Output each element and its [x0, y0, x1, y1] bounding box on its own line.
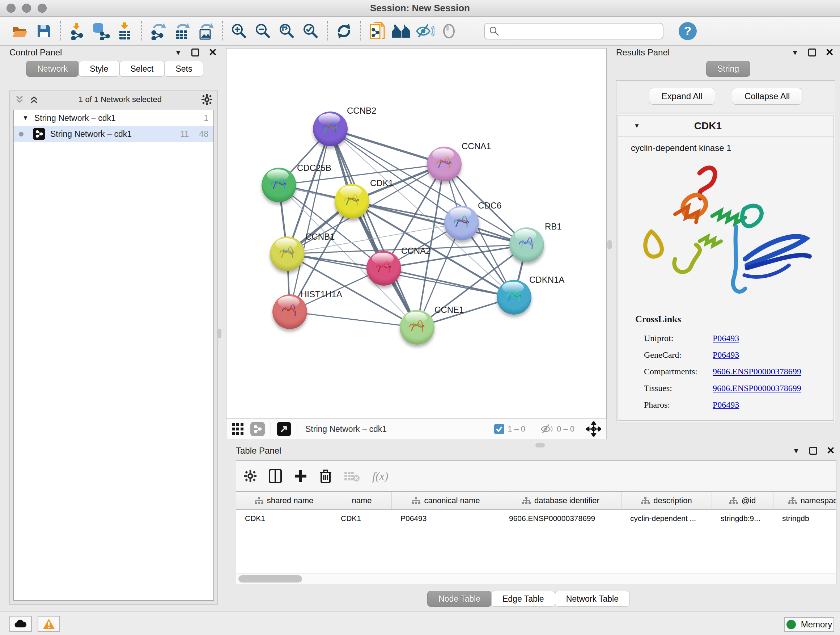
tab-style[interactable]: Style [79, 61, 119, 77]
right-splitter[interactable] [608, 48, 611, 419]
expand-all-icon[interactable] [29, 95, 39, 104]
hide-selected-button[interactable] [415, 21, 435, 41]
search-input[interactable] [503, 27, 658, 36]
export-network-button[interactable] [148, 21, 168, 41]
pan-crosshair-icon[interactable] [586, 421, 601, 437]
table-cell-canonical-name[interactable]: P06493 [392, 510, 500, 527]
tab-network-table[interactable]: Network Table [555, 591, 630, 607]
network-edges[interactable] [226, 49, 606, 418]
table-cell-namespace[interactable]: stringdb [774, 510, 836, 527]
crosslink-link-uniprot[interactable]: P06493 [713, 333, 739, 343]
tree-expand-icon[interactable]: ▼ [22, 114, 28, 122]
tab-select[interactable]: Select [119, 61, 165, 77]
network-node-cdc6[interactable] [444, 206, 479, 241]
export-table-button[interactable] [172, 21, 192, 41]
network-node-ccna1[interactable] [427, 147, 462, 181]
import-network-database-button[interactable] [91, 21, 111, 41]
table-cell-name[interactable]: CDK1 [332, 510, 392, 527]
table-cell-database-identifier[interactable]: 9606.ENSP00000378699 [500, 510, 622, 527]
table-cell-description[interactable]: cyclin-dependent ... [622, 510, 712, 527]
tab-node-table[interactable]: Node Table [427, 591, 492, 607]
gear-icon[interactable] [202, 94, 212, 105]
table-settings-gear-icon[interactable] [244, 470, 256, 482]
network-node-hist1h1a[interactable] [272, 295, 307, 329]
table-cell-id[interactable]: stringdb:9... [712, 510, 774, 527]
show-columns-icon[interactable] [269, 469, 282, 483]
network-node-ccne1[interactable] [400, 310, 434, 345]
zoom-out-button[interactable] [253, 21, 273, 41]
search-bar[interactable] [484, 23, 663, 40]
zoom-fit-button[interactable] [277, 21, 297, 41]
network-node-ccna2[interactable] [366, 251, 401, 286]
table-cell-shared-name[interactable]: CDK1 [236, 510, 332, 527]
collapse-panel-icon[interactable]: ▼ [175, 49, 182, 57]
network-badge-icon[interactable] [250, 422, 265, 436]
network-node-ccnb1[interactable] [270, 236, 305, 271]
selected-checkbox-icon[interactable] [494, 424, 505, 434]
column-header-description[interactable]: description [622, 492, 712, 509]
left-splitter[interactable] [220, 48, 224, 602]
import-network-file-button[interactable] [67, 21, 87, 41]
network-node-cdk1[interactable] [335, 184, 369, 219]
network-canvas[interactable]: CCNB2CCNA1CDC25BCDK1CDC6RB1CCNB1CCNA2CDK… [226, 48, 607, 419]
tab-network[interactable]: Network [26, 61, 79, 77]
zoom-in-button[interactable] [229, 21, 249, 41]
column-header-canonical-name[interactable]: canonical name [392, 492, 500, 509]
collapse-all-icon[interactable] [15, 95, 24, 104]
zoom-selected-button[interactable] [301, 21, 321, 41]
network-node-rb1[interactable] [509, 227, 544, 262]
crosslink-link-tissues[interactable]: 9606.ENSP00000378699 [713, 383, 801, 393]
crosslink-link-genecard[interactable]: P06493 [713, 350, 739, 360]
network-node-cdkn1a[interactable] [497, 280, 531, 315]
open-session-button[interactable] [10, 21, 30, 41]
tab-sets[interactable]: Sets [164, 61, 203, 77]
collapse-panel-icon[interactable]: ▼ [791, 49, 799, 57]
column-header-name[interactable]: name [332, 492, 392, 509]
column-header-database-identifier[interactable]: database identifier [500, 492, 622, 509]
tab-edge-table[interactable]: Edge Table [491, 591, 555, 607]
network-node-cdc25b[interactable] [262, 168, 296, 203]
warning-status-button[interactable] [38, 616, 60, 632]
new-network-from-selection-button[interactable] [368, 21, 387, 41]
right-splitter-handle[interactable] [607, 240, 612, 249]
apply-layout-button[interactable] [334, 21, 354, 41]
import-table-button[interactable] [115, 21, 134, 41]
open-view-icon[interactable] [277, 422, 291, 436]
column-header-id[interactable]: @id [712, 492, 774, 509]
network-row[interactable]: String Network – cdk1 11 48 [14, 126, 213, 142]
network-node-ccnb2[interactable] [313, 111, 347, 146]
close-panel-icon[interactable]: ✕ [827, 446, 835, 456]
crosslink-link-pharos[interactable]: P06493 [713, 400, 739, 410]
collapse-all-button[interactable]: Collapse All [732, 88, 802, 105]
close-panel-icon[interactable]: ✕ [826, 48, 834, 57]
column-label: canonical name [424, 496, 480, 505]
cloud-status-button[interactable] [9, 616, 32, 632]
column-header-shared-name[interactable]: shared name [236, 492, 332, 509]
save-session-button[interactable] [34, 21, 54, 41]
crosslink-link-compartments[interactable]: 9606.ENSP00000378699 [713, 367, 801, 377]
delete-column-icon[interactable] [319, 469, 332, 483]
show-all-button[interactable] [439, 21, 459, 41]
table-row[interactable]: CDK1CDK1P064939606.ENSP00000378699cyclin… [236, 510, 836, 527]
column-header-namespace[interactable]: namespace [774, 492, 836, 509]
gene-entry-header[interactable]: ▼ CDK1 [618, 116, 834, 136]
entry-expand-icon[interactable]: ▼ [634, 122, 640, 130]
close-panel-icon[interactable]: ✕ [209, 48, 217, 57]
first-neighbors-button[interactable] [392, 21, 411, 41]
grid-view-icon[interactable] [232, 423, 244, 435]
float-panel-icon[interactable] [808, 49, 816, 57]
left-splitter-handle[interactable] [217, 329, 221, 338]
add-column-icon[interactable] [294, 470, 307, 483]
collapse-panel-icon[interactable]: ▼ [793, 447, 800, 455]
help-button[interactable]: ? [679, 22, 697, 40]
table-horizontal-scrollbar[interactable] [236, 573, 836, 584]
expand-all-button[interactable]: Expand All [649, 88, 715, 105]
float-panel-icon[interactable] [191, 49, 199, 57]
export-image-button[interactable] [196, 21, 216, 41]
scrollbar-thumb[interactable] [238, 575, 302, 583]
function-builder-button[interactable]: f(x) [372, 470, 388, 483]
float-panel-icon[interactable] [809, 447, 817, 455]
network-collection-row[interactable]: ▼ String Network – cdk1 1 [14, 110, 213, 126]
memory-button[interactable]: Memory [784, 617, 834, 632]
tab-string[interactable]: String [706, 61, 750, 77]
